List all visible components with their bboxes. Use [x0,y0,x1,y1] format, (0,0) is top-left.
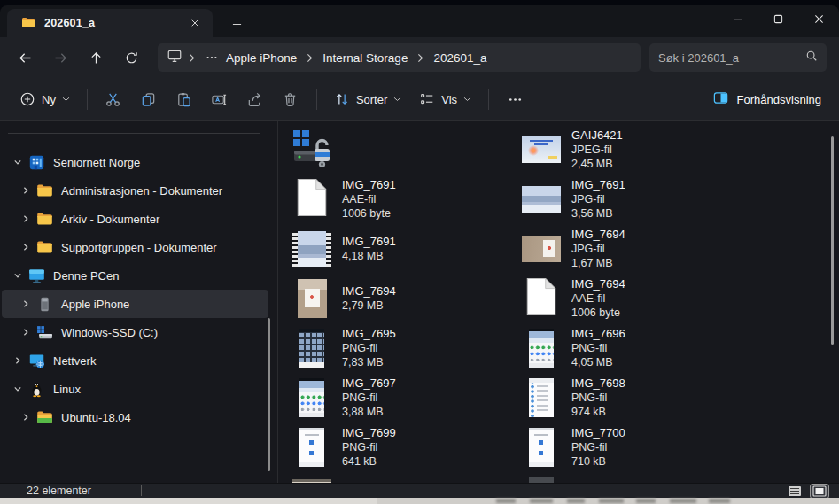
file-tile[interactable]: IMG_7691 JPG-fil 3,56 MB [520,174,826,224]
file-tile[interactable]: IMG_E7601 [520,472,826,483]
sidebar-item-supportgruppen-dokumenter[interactable]: Supportgruppen - Dokumenter [2,233,268,261]
breadcrumb[interactable]: Apple iPhoneInternal Storage202601_a [158,43,641,72]
file-name: IMG_7695 [342,327,396,341]
chevron-down-icon[interactable] [11,271,25,280]
file-tile[interactable]: IMG_7698 PNG-fil 974 kB [520,373,826,423]
file-tile[interactable]: IMG_7700 PNG-fil 710 kB [520,423,826,472]
large-icons-view-button[interactable] [811,485,828,498]
back-button[interactable] [11,43,39,72]
file-name: IMG_7691 [571,178,625,192]
maximize-button[interactable] [757,5,798,32]
delete-button[interactable] [273,83,308,115]
file-tile[interactable]: IMG_7694 AAE-fil 1006 byte [520,274,826,323]
file-type: PNG-fil [342,391,396,405]
breadcrumb-overflow-button[interactable] [205,50,219,65]
sidebar-item-apple-iphone[interactable]: Apple iPhone [2,290,268,318]
file-size: 7,83 MB [342,355,396,369]
copy-icon [140,91,157,108]
sidebar-item-administrasjonen-dokumenter[interactable]: Administrasjonen - Dokumenter [2,176,268,205]
breadcrumb-item[interactable]: Internal Storage [319,50,411,66]
chevron-right-icon[interactable] [19,186,33,195]
chevron-right-icon [417,53,423,63]
tux-icon [28,381,45,398]
chevron-right-icon[interactable] [19,413,33,422]
file-tile[interactable] [291,125,512,174]
details-view-button[interactable] [786,485,804,498]
sidebar-item-windows-ssd-c[interactable]: Windows-SSD (C:) [2,318,268,346]
sort-button[interactable]: Sorter [325,83,410,115]
breadcrumb-item[interactable]: Apple iPhone [222,50,300,66]
file-name: IMG_7691 [342,235,396,249]
status-bar: 22 elementer [0,483,839,498]
sidebar-scrollbar[interactable] [268,318,270,471]
close-button[interactable] [798,5,839,32]
search-box[interactable] [649,43,827,72]
taskbar-blur [530,499,553,503]
chevron-right-icon[interactable] [19,243,33,252]
aae-file-icon [525,277,557,320]
file-name: IMG_7697 [342,376,396,391]
chevron-down-icon[interactable] [11,158,25,167]
file-tile[interactable]: GAIJ6421 JPEG-fil 2,45 MB [520,125,826,174]
new-button[interactable]: Ny [11,83,79,115]
this-pc-icon[interactable] [167,48,183,67]
chevron-down-icon [62,97,70,102]
chevron-right-icon[interactable] [19,328,33,337]
file-tile[interactable]: IMG_7695 PNG-fil 7,83 MB [291,323,512,373]
chevron-right-icon[interactable] [19,214,33,223]
more-options-button[interactable] [497,83,532,115]
explorer-tab[interactable]: 202601_a [7,9,213,37]
file-tile[interactable]: IMG_7697 PNG-fil 3,88 MB [291,373,512,423]
taskbar-blur [670,499,696,503]
file-tile[interactable]: IMG_7699 PNG-fil 641 kB [291,423,512,472]
file-tile[interactable]: IMG_7691 AAE-fil 1006 byte [291,174,512,224]
image-thumbnail [299,428,324,467]
sidebar-item-arkiv-dokumenter[interactable]: Arkiv - Dokumenter [2,205,268,233]
chevron-right-icon[interactable] [11,356,25,365]
file-type: PNG-fil [571,440,625,454]
file-tile[interactable]: IMG_7694 JPG-fil 1,67 MB [520,224,826,274]
up-button[interactable] [82,43,110,72]
tab-close-icon[interactable] [186,14,204,32]
sidebar-item-nettverk[interactable]: Nettverk [2,346,268,375]
file-column-1: IMG_7691 AAE-fil 1006 byte IMG_7691 4,18… [291,125,512,483]
chevron-down-icon[interactable] [11,384,25,393]
file-tile[interactable]: IMG_7696 PNG-fil 4,05 MB [520,323,826,373]
file-size: 2,45 MB [571,157,623,171]
file-tile[interactable]: IMG_7694 2,79 MB [291,274,512,323]
preview-toggle-button[interactable]: Forhåndsvisning [707,83,827,115]
forward-button[interactable] [46,43,74,72]
refresh-button[interactable] [117,43,145,72]
building-icon [28,154,45,171]
sidebar-item-ubuntu-18-04[interactable]: Ubuntu-18.04 [2,403,268,431]
file-grid: IMG_7691 AAE-fil 1006 byte IMG_7691 4,18… [278,121,839,483]
rename-button[interactable] [202,83,237,115]
file-size: 710 kB [571,454,625,469]
file-name: IMG_7694 [571,277,625,291]
file-type: JPEG-fil [571,143,623,157]
sidebar-item-linux[interactable]: Linux [2,375,268,403]
cut-button[interactable] [96,83,131,115]
sidebar-item-denne-pcen[interactable]: Denne PCen [2,261,268,290]
file-size: 3,88 MB [342,405,396,419]
view-button[interactable]: Vis [410,83,480,115]
sidebar-item-seniornett-norge[interactable]: Seniornett Norge [2,148,268,176]
sidebar-item-label: Linux [53,383,81,396]
breadcrumb-item[interactable]: 202601_a [430,50,490,66]
file-name: IMG_7694 [571,228,625,242]
paste-button[interactable] [167,83,202,115]
navigation-pane: Seniornett Norge Administrasjonen - Doku… [0,121,278,483]
file-tile[interactable]: IMG_7701 [291,472,512,483]
sidebar-item-label: Windows-SSD (C:) [61,326,158,339]
chevron-right-icon[interactable] [19,299,33,308]
address-bar-row: Apple iPhoneInternal Storage202601_a [0,37,839,78]
minimize-button[interactable] [717,5,757,32]
file-grid-scrollbar[interactable] [831,136,834,345]
file-tile[interactable]: IMG_7691 4,18 MB [291,224,512,274]
share-button[interactable] [237,83,273,115]
chevron-right-icon [189,53,195,63]
copy-button[interactable] [131,83,167,115]
chevron-down-icon [393,97,401,102]
new-tab-button[interactable] [227,14,246,34]
search-input[interactable] [658,51,805,65]
